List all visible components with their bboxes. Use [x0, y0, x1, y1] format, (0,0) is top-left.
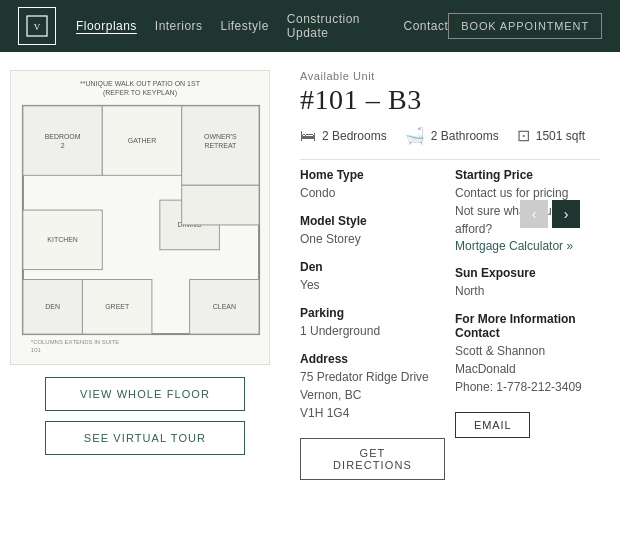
contact-name: Scott & Shannon MacDonald: [455, 342, 600, 378]
svg-text:DEN: DEN: [45, 303, 60, 310]
email-button[interactable]: EMAIL: [455, 412, 530, 438]
address-value: 75 Predator Ridge Drive Vernon, BC V1H 1…: [300, 368, 445, 422]
divider: [300, 159, 600, 160]
model-style-section: Model Style One Storey: [300, 214, 445, 248]
address-line1: 75 Predator Ridge Drive: [300, 370, 429, 384]
right-panel: ‹ › Available Unit #101 – B3 🛏 2 Bedroom…: [300, 70, 600, 480]
view-whole-floor-button[interactable]: VIEW WHOLE FLOOR: [45, 377, 245, 411]
svg-text:GATHER: GATHER: [128, 137, 156, 144]
svg-text:GREET: GREET: [105, 303, 130, 310]
nav-lifestyle[interactable]: Lifestyle: [221, 19, 269, 33]
mortgage-calculator-link[interactable]: Mortgage Calculator »: [455, 239, 573, 253]
model-style-value: One Storey: [300, 230, 445, 248]
parking-value: 1 Underground: [300, 322, 445, 340]
sqft-value: 1501 sqft: [536, 129, 585, 143]
bath-icon: 🛁: [405, 126, 425, 145]
parking-label: Parking: [300, 306, 445, 320]
parking-section: Parking 1 Underground: [300, 306, 445, 340]
available-label: Available Unit: [300, 70, 600, 82]
see-virtual-tour-button[interactable]: SEE VIRTUAL TOUR: [45, 421, 245, 455]
nav-floorplans[interactable]: Floorplans: [76, 19, 137, 33]
svg-text:101: 101: [31, 347, 42, 353]
address-section: Address 75 Predator Ridge Drive Vernon, …: [300, 352, 445, 422]
home-type-section: Home Type Condo: [300, 168, 445, 202]
svg-text:KITCHEN: KITCHEN: [47, 236, 77, 243]
contact-phone: Phone: 1-778-212-3409: [455, 378, 600, 396]
bathrooms-stat: 🛁 2 Bathrooms: [405, 126, 499, 145]
sun-exposure-label: Sun Exposure: [455, 266, 600, 280]
book-appointment-button[interactable]: BOOK APPOINTMENT: [448, 13, 602, 39]
bathrooms-value: 2 Bathrooms: [431, 129, 499, 143]
nav-contact[interactable]: Contact: [404, 19, 449, 33]
get-directions-button[interactable]: GET DIRECTIONS: [300, 438, 445, 480]
home-type-value: Condo: [300, 184, 445, 202]
sun-exposure-section: Sun Exposure North: [455, 266, 600, 300]
logo: V: [18, 7, 56, 45]
bedrooms-value: 2 Bedrooms: [322, 129, 387, 143]
navigation: V Floorplans Interiors Lifestyle Constru…: [0, 0, 620, 52]
svg-rect-22: [182, 185, 259, 225]
more-info-section: For More Information Contact Scott & Sha…: [455, 312, 600, 396]
home-type-label: Home Type: [300, 168, 445, 182]
svg-text:RETREAT: RETREAT: [204, 142, 237, 149]
sqft-stat: ⊡ 1501 sqft: [517, 126, 585, 145]
svg-text:*COLUMNS EXTENDS IN SUITE: *COLUMNS EXTENDS IN SUITE: [31, 339, 119, 345]
den-section: Den Yes: [300, 260, 445, 294]
left-panel: **UNIQUE WALK OUT PATIO ON 1ST (REFER TO…: [10, 70, 280, 480]
next-unit-button[interactable]: ›: [552, 200, 580, 228]
sqft-icon: ⊡: [517, 126, 530, 145]
floorplan-note: **UNIQUE WALK OUT PATIO ON 1ST (REFER TO…: [80, 79, 200, 97]
nav-construction[interactable]: Construction Update: [287, 12, 386, 40]
svg-text:OWNER'S: OWNER'S: [204, 133, 237, 140]
main-content: **UNIQUE WALK OUT PATIO ON 1ST (REFER TO…: [0, 52, 620, 498]
bedrooms-stat: 🛏 2 Bedrooms: [300, 126, 387, 145]
svg-text:V: V: [34, 22, 41, 32]
nav-links: Floorplans Interiors Lifestyle Construct…: [76, 12, 448, 40]
den-label: Den: [300, 260, 445, 274]
sun-exposure-value: North: [455, 282, 600, 300]
details-left: Home Type Condo Model Style One Storey D…: [300, 168, 445, 480]
den-value: Yes: [300, 276, 445, 294]
bed-icon: 🛏: [300, 127, 316, 145]
starting-price-label: Starting Price: [455, 168, 600, 182]
svg-text:2: 2: [61, 142, 65, 149]
more-info-label: For More Information Contact: [455, 312, 600, 340]
svg-text:CLEAN: CLEAN: [213, 303, 236, 310]
model-style-label: Model Style: [300, 214, 445, 228]
unit-title: #101 – B3: [300, 84, 600, 116]
floorplan-image: **UNIQUE WALK OUT PATIO ON 1ST (REFER TO…: [10, 70, 270, 365]
nav-interiors[interactable]: Interiors: [155, 19, 203, 33]
unit-stats: 🛏 2 Bedrooms 🛁 2 Bathrooms ⊡ 1501 sqft: [300, 126, 600, 145]
svg-text:BEDROOM: BEDROOM: [45, 133, 81, 140]
address-line3: V1H 1G4: [300, 406, 349, 420]
address-label: Address: [300, 352, 445, 366]
prev-unit-button[interactable]: ‹: [520, 200, 548, 228]
address-line2: Vernon, BC: [300, 388, 361, 402]
navigation-arrows: ‹ ›: [520, 200, 580, 228]
